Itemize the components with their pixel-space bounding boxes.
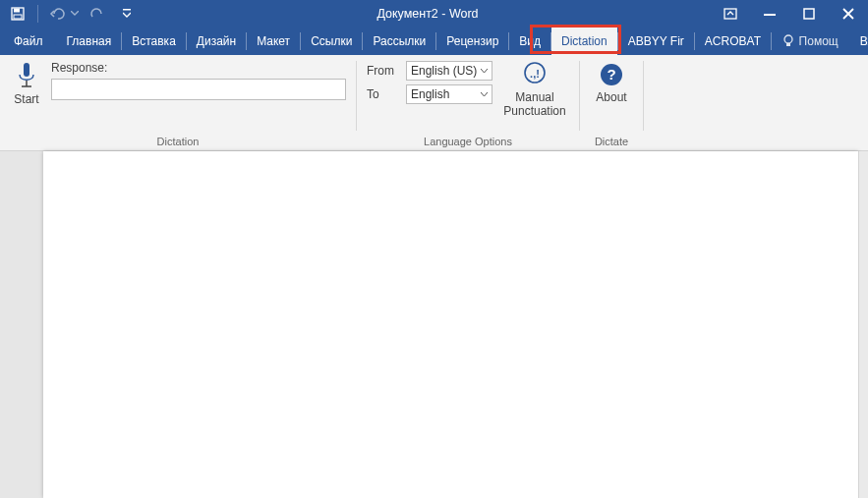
svg-rect-1 (14, 9, 20, 13)
tab-главная[interactable]: Главная (57, 28, 122, 55)
quick-access-toolbar (0, 2, 145, 26)
about-icon: ? (598, 61, 625, 88)
tab-вставка[interactable]: Вставка (122, 28, 186, 55)
about-label: About (596, 90, 626, 104)
tab-вид[interactable]: Вид (509, 28, 550, 55)
svg-rect-8 (786, 43, 790, 46)
tab-file[interactable]: Файл (0, 28, 57, 55)
tell-me-search[interactable]: Помощ (772, 34, 848, 48)
from-label: From (367, 64, 400, 78)
svg-rect-3 (123, 9, 131, 11)
minimize-icon[interactable] (750, 0, 789, 28)
group-dictate-label: Dictate (595, 134, 628, 151)
chevron-down-icon (481, 92, 488, 97)
ribbon: Start Response: Dictation From English (… (0, 55, 868, 151)
to-language-value: English (411, 87, 449, 101)
signin-button[interactable]: Вход (848, 28, 868, 55)
svg-text:?: ? (607, 66, 615, 83)
svg-rect-6 (804, 9, 814, 19)
svg-rect-4 (724, 9, 736, 19)
to-language-combo[interactable]: English (406, 84, 492, 104)
undo-dropdown-icon[interactable] (70, 2, 80, 26)
svg-rect-10 (24, 63, 29, 77)
vertical-scrollbar[interactable] (858, 151, 868, 498)
ribbon-tabs: Файл ГлавнаяВставкаДизайнМакетСсылкиРасс… (0, 28, 868, 55)
svg-rect-2 (14, 15, 22, 19)
response-label: Response: (51, 61, 346, 75)
maximize-icon[interactable] (789, 0, 829, 28)
from-language-combo[interactable]: English (US) (406, 61, 492, 81)
save-icon[interactable] (6, 2, 29, 26)
start-dictation-button[interactable]: Start (10, 61, 43, 106)
tab-ссылки[interactable]: Ссылки (301, 28, 362, 55)
tab-макет[interactable]: Макет (247, 28, 300, 55)
tab-рассылки[interactable]: Рассылки (363, 28, 435, 55)
document-page[interactable] (43, 151, 858, 498)
tab-abbyy fir[interactable]: ABBYY Fir (618, 28, 694, 55)
qat-separator (37, 5, 38, 23)
tell-me-label: Помощ (799, 34, 839, 48)
document-area (0, 151, 868, 498)
group-language-label: Language Options (424, 134, 512, 151)
to-label: To (367, 87, 400, 101)
svg-text:.,!: .,! (530, 68, 540, 80)
lightbulb-icon (781, 34, 795, 48)
window-controls (711, 0, 868, 28)
title-bar: Документ2 - Word (0, 0, 868, 28)
manual-punctuation-button[interactable]: .,! Manual Punctuation (500, 59, 569, 119)
close-icon[interactable] (829, 0, 868, 28)
from-language-value: English (US) (411, 64, 477, 78)
group-dictation: Start Response: Dictation (0, 55, 356, 151)
punctuation-icon: .,! (521, 61, 549, 88)
chevron-down-icon (481, 69, 488, 74)
window-title: Документ2 - Word (145, 7, 711, 21)
microphone-icon (18, 63, 35, 90)
group-language-options: From English (US) To English (357, 55, 579, 151)
tab-dictation[interactable]: Dictation (551, 28, 617, 55)
redo-icon[interactable] (86, 2, 109, 26)
group-dictation-label: Dictation (157, 134, 200, 151)
ribbon-display-icon[interactable] (711, 0, 750, 28)
svg-point-7 (784, 35, 792, 43)
group-dictate: ? About Dictate (580, 55, 643, 151)
tab-рецензир[interactable]: Рецензир (436, 28, 508, 55)
undo-icon[interactable] (46, 2, 70, 26)
response-input[interactable] (51, 79, 346, 100)
svg-rect-5 (764, 14, 776, 16)
qat-customize-icon[interactable] (115, 2, 139, 26)
tab-acrobat[interactable]: ACROBAT (695, 28, 771, 55)
group-divider (643, 61, 644, 131)
tab-дизайн[interactable]: Дизайн (187, 28, 246, 55)
about-button[interactable]: ? About (590, 59, 633, 104)
start-label: Start (14, 92, 38, 106)
manual-punctuation-label: Manual Punctuation (500, 90, 569, 119)
